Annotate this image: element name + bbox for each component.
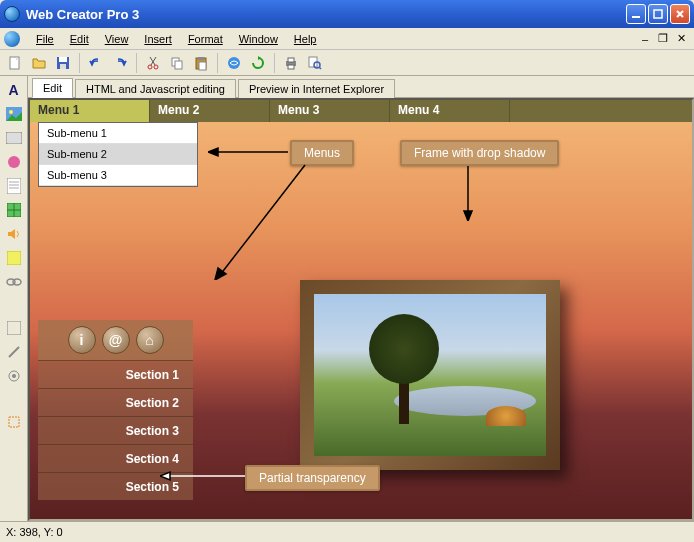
home-icon[interactable]: ⌂ [136, 326, 164, 354]
shape-tool-2[interactable] [3, 342, 25, 362]
svg-point-33 [13, 279, 21, 285]
submenu-item-2[interactable]: Sub-menu 2 [39, 144, 197, 165]
page-menu-4[interactable]: Menu 4 [390, 100, 510, 122]
svg-point-23 [8, 156, 20, 168]
submenu-dropdown: Sub-menu 1 Sub-menu 2 Sub-menu 3 [38, 122, 198, 187]
cursor-coordinates: X: 398, Y: 0 [6, 526, 63, 538]
svg-rect-37 [9, 417, 19, 427]
menu-insert[interactable]: Insert [136, 31, 180, 47]
svg-rect-12 [199, 62, 206, 70]
svg-point-36 [12, 374, 16, 378]
main-toolbar [0, 50, 694, 76]
menu-window[interactable]: Window [231, 31, 286, 47]
page-menubar: Menu 1 Menu 2 Menu 3 Menu 4 [30, 100, 692, 122]
menubar: File Edit View Insert Format Window Help… [0, 28, 694, 50]
menu-view[interactable]: View [97, 31, 137, 47]
mdi-restore-icon[interactable]: ❐ [656, 32, 670, 46]
save-button[interactable] [52, 52, 74, 74]
page-menu-3[interactable]: Menu 3 [270, 100, 390, 122]
copy-button[interactable] [166, 52, 188, 74]
svg-point-6 [148, 65, 152, 69]
mdi-minimize-icon[interactable]: – [638, 32, 652, 46]
image-tool[interactable] [3, 104, 25, 124]
menu-file[interactable]: File [28, 31, 62, 47]
menu-format[interactable]: Format [180, 31, 231, 47]
section-3[interactable]: Section 3 [38, 416, 193, 444]
maximize-button[interactable] [648, 4, 668, 24]
publish-button[interactable] [223, 52, 245, 74]
section-4[interactable]: Section 4 [38, 444, 193, 472]
document-tabs: Edit HTML and Javascript editing Preview… [28, 76, 694, 98]
status-bar: X: 398, Y: 0 [0, 521, 694, 541]
sound-tool[interactable] [3, 224, 25, 244]
editor-canvas[interactable]: Menu 1 Menu 2 Menu 3 Menu 4 Sub-menu 1 S… [28, 98, 694, 521]
svg-rect-16 [288, 65, 294, 69]
svg-line-39 [220, 165, 305, 275]
app-icon-small[interactable] [4, 31, 20, 47]
shape-tool-1[interactable] [3, 318, 25, 338]
svg-rect-31 [7, 251, 21, 265]
svg-rect-1 [654, 10, 662, 18]
submenu-item-1[interactable]: Sub-menu 1 [39, 123, 197, 144]
paste-button[interactable] [190, 52, 212, 74]
tab-preview[interactable]: Preview in Internet Explorer [238, 79, 395, 98]
open-button[interactable] [28, 52, 50, 74]
svg-rect-4 [59, 57, 67, 62]
precision-tool[interactable] [3, 366, 25, 386]
left-side-toolbar: A [0, 76, 28, 521]
section-2[interactable]: Section 2 [38, 388, 193, 416]
svg-line-19 [319, 67, 321, 69]
button-tool[interactable] [3, 128, 25, 148]
mdi-close-icon[interactable]: ✕ [674, 32, 688, 46]
note-tool[interactable] [3, 248, 25, 268]
new-button[interactable] [4, 52, 26, 74]
svg-rect-0 [632, 16, 640, 18]
tab-html[interactable]: HTML and Javascript editing [75, 79, 236, 98]
annotation-frame: Frame with drop shadow [400, 140, 559, 166]
svg-point-7 [154, 65, 158, 69]
close-button[interactable] [670, 4, 690, 24]
preview-button[interactable] [304, 52, 326, 74]
minimize-button[interactable] [626, 4, 646, 24]
tab-edit[interactable]: Edit [32, 78, 73, 98]
svg-rect-15 [288, 58, 294, 62]
at-icon[interactable]: @ [102, 326, 130, 354]
page-menu-1[interactable]: Menu 1 [30, 100, 150, 122]
selection-tool[interactable] [3, 412, 25, 432]
app-icon [4, 6, 20, 22]
form-tool[interactable] [3, 176, 25, 196]
print-button[interactable] [280, 52, 302, 74]
section-1[interactable]: Section 1 [38, 360, 193, 388]
undo-button[interactable] [85, 52, 107, 74]
svg-rect-11 [198, 57, 204, 60]
table-tool[interactable] [3, 200, 25, 220]
window-title: Web Creator Pro 3 [26, 7, 626, 22]
picture-frame[interactable] [300, 280, 560, 470]
link-tool[interactable] [3, 272, 25, 292]
page-menu-2[interactable]: Menu 2 [150, 100, 270, 122]
cut-button[interactable] [142, 52, 164, 74]
refresh-button[interactable] [247, 52, 269, 74]
svg-point-21 [9, 110, 13, 114]
annotation-transparency: Partial transparency [245, 465, 380, 491]
text-tool[interactable]: A [3, 80, 25, 100]
svg-rect-22 [6, 132, 22, 144]
menu-edit[interactable]: Edit [62, 31, 97, 47]
picture-image [314, 294, 546, 456]
circle-tool[interactable] [3, 152, 25, 172]
submenu-item-3[interactable]: Sub-menu 3 [39, 165, 197, 186]
svg-rect-5 [60, 64, 66, 69]
icon-row: i @ ⌂ [38, 320, 193, 360]
svg-rect-34 [7, 321, 21, 335]
svg-rect-24 [7, 178, 21, 194]
redo-button[interactable] [109, 52, 131, 74]
window-titlebar: Web Creator Pro 3 [0, 0, 694, 28]
info-icon[interactable]: i [68, 326, 96, 354]
svg-rect-9 [175, 61, 182, 69]
menu-help[interactable]: Help [286, 31, 325, 47]
